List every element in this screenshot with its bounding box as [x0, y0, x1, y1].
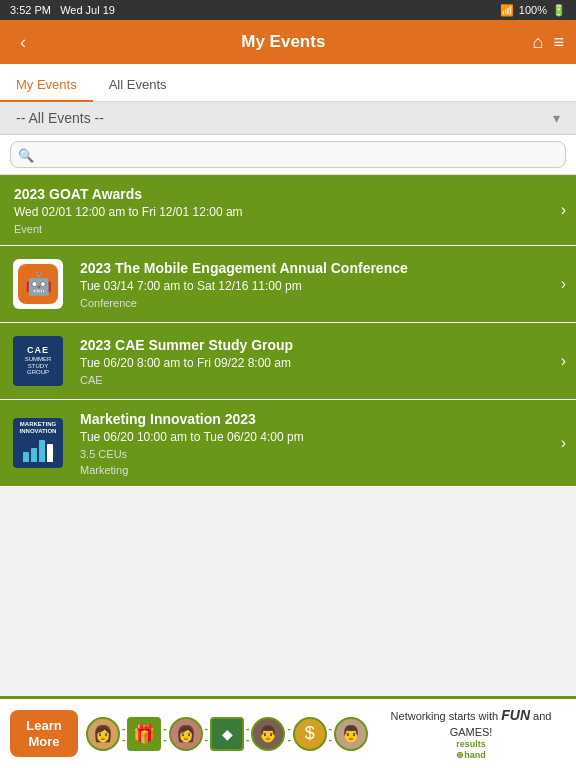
search-input[interactable] [10, 141, 566, 168]
robo-thumbnail: 🤖 [13, 259, 63, 309]
chevron-down-icon: ▾ [553, 110, 560, 126]
gift-icon-avatar: 🎁 [127, 717, 161, 751]
cae-thumbnail: CAE SUMMERSTUDYGROUP [13, 336, 63, 386]
battery-display: 100% [519, 4, 547, 16]
event-content: Marketing Innovation 2023 Tue 06/20 10:0… [76, 400, 561, 486]
date-display: Wed Jul 19 [60, 4, 115, 16]
event-item-mobile-engagement[interactable]: 🤖 2023 The Mobile Engagement Annual Conf… [0, 246, 576, 323]
banner-people: 👩 - - 🎁 - - 👩 - - ◆ - - 👨 - - $ - - 👨 [86, 717, 368, 751]
robo-icon: 🤖 [18, 264, 58, 304]
coin-icon-avatar: $ [293, 717, 327, 751]
app-header: ‹ My Events ⌂ ≡ [0, 20, 576, 64]
banner-text-block: Networking starts with FUN and GAMES! re… [376, 706, 566, 760]
battery-icon: 🔋 [552, 4, 566, 17]
dash-1: - - [122, 723, 125, 745]
event-date: Tue 06/20 10:00 am to Tue 06/20 4:00 pm [80, 430, 553, 444]
back-button[interactable]: ‹ [12, 28, 34, 57]
event-thumbnail: MARKETINGINNOVATION [8, 408, 68, 478]
results-on-hand-logo: results ⊕hand [376, 739, 566, 761]
chevron-right-icon: › [561, 400, 576, 486]
search-icon: 🔍 [18, 147, 34, 162]
bar-chart-bar-4 [47, 444, 53, 462]
avatar-man2: 👨 [334, 717, 368, 751]
event-date: Tue 06/20 8:00 am to Fri 09/22 8:00 am [80, 356, 553, 370]
event-thumbnail: CAE SUMMERSTUDYGROUP [8, 331, 68, 391]
dash-2: - - [163, 723, 166, 745]
event-content: 2023 The Mobile Engagement Annual Confer… [76, 246, 561, 322]
status-bar: 3:52 PM Wed Jul 19 📶 100% 🔋 [0, 0, 576, 20]
events-list: 2023 GOAT Awards Wed 02/01 12:00 am to F… [0, 175, 576, 487]
event-title: 2023 CAE Summer Study Group [80, 336, 553, 354]
dash-6: - - [329, 723, 332, 745]
time-display: 3:52 PM [10, 4, 51, 16]
event-title: Marketing Innovation 2023 [80, 410, 553, 428]
chevron-right-icon: › [561, 175, 576, 245]
dropdown-label: -- All Events -- [16, 110, 104, 126]
avatar-man1: 👨 [251, 717, 285, 751]
event-type-badge: CAE [80, 374, 553, 386]
event-type-badge: Conference [80, 297, 553, 309]
event-date: Tue 03/14 7:00 am to Sat 12/16 11:00 pm [80, 279, 553, 293]
header-title: My Events [34, 32, 533, 52]
learn-more-line2: More [22, 734, 66, 750]
dash-4: - - [246, 723, 249, 745]
header-icons: ⌂ ≡ [533, 32, 564, 53]
avatar-lady1: 👩 [86, 717, 120, 751]
search-wrapper: 🔍 [10, 141, 566, 168]
event-thumbnail: 🤖 [8, 254, 68, 314]
event-title: 2023 GOAT Awards [14, 185, 553, 203]
tab-all-events[interactable]: All Events [93, 69, 183, 102]
bar-chart-bar-3 [39, 440, 45, 462]
status-right: 📶 100% 🔋 [500, 4, 566, 17]
event-ceus: 3.5 CEUs [80, 448, 553, 460]
menu-icon[interactable]: ≡ [553, 32, 564, 53]
banner-networking-text: Networking starts with FUN and GAMES! [376, 706, 566, 738]
bar-chart-bar-1 [23, 452, 29, 462]
dash-5: - - [287, 723, 290, 745]
bar-chart-bar-2 [31, 448, 37, 462]
learn-more-button[interactable]: Learn More [10, 710, 78, 757]
chevron-right-icon: › [561, 323, 576, 399]
avatar-lady2: 👩 [169, 717, 203, 751]
tab-my-events[interactable]: My Events [0, 69, 93, 102]
events-filter-dropdown[interactable]: -- All Events -- ▾ [0, 102, 576, 135]
marketing-thumbnail: MARKETINGINNOVATION [13, 418, 63, 468]
dash-3: - - [205, 723, 208, 745]
event-item-marketing-innovation[interactable]: MARKETINGINNOVATION Marketing Innovation… [0, 400, 576, 487]
chevron-right-icon: › [561, 246, 576, 322]
event-date: Wed 02/01 12:00 am to Fri 12/01 12:00 am [14, 205, 553, 219]
event-title: 2023 The Mobile Engagement Annual Confer… [80, 259, 553, 277]
event-item-cae-study-group[interactable]: CAE SUMMERSTUDYGROUP 2023 CAE Summer Stu… [0, 323, 576, 400]
bottom-banner: Learn More 👩 - - 🎁 - - 👩 - - ◆ - - 👨 - -… [0, 696, 576, 768]
wifi-icon: 📶 [500, 4, 514, 17]
event-type-badge: Marketing [80, 464, 553, 476]
status-time: 3:52 PM Wed Jul 19 [10, 4, 115, 16]
event-content: 2023 CAE Summer Study Group Tue 06/20 8:… [76, 323, 561, 399]
tabs-bar: My Events All Events [0, 64, 576, 102]
diamond-icon-avatar: ◆ [210, 717, 244, 751]
event-item-goat-awards[interactable]: 2023 GOAT Awards Wed 02/01 12:00 am to F… [0, 175, 576, 246]
event-content: 2023 GOAT Awards Wed 02/01 12:00 am to F… [0, 175, 561, 245]
event-type-badge: Event [14, 223, 553, 235]
learn-more-line1: Learn [22, 718, 66, 734]
home-icon[interactable]: ⌂ [533, 32, 544, 53]
search-bar: 🔍 [0, 135, 576, 175]
